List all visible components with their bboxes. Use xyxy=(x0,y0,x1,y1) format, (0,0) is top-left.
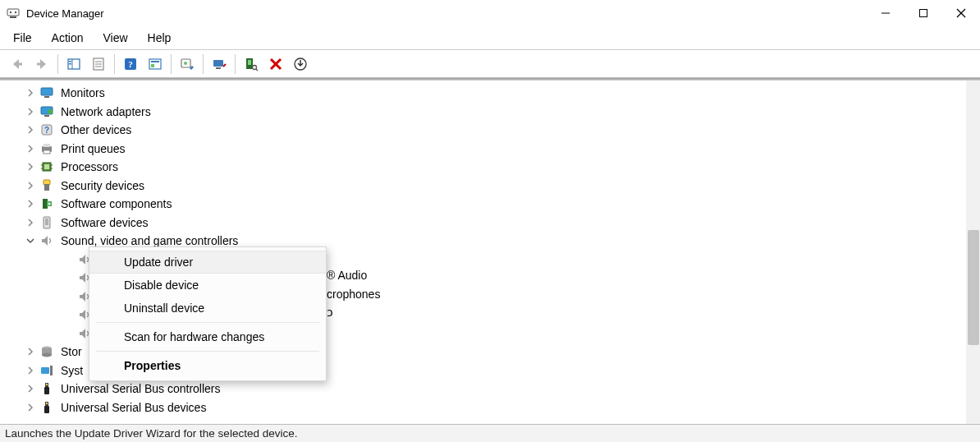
vertical-scrollbar[interactable] xyxy=(966,81,980,424)
chevron-right-icon[interactable] xyxy=(25,198,36,209)
tree-node-label: Sound, video and game controllers xyxy=(59,234,240,247)
forward-button[interactable] xyxy=(30,53,53,75)
minimize-button[interactable] xyxy=(867,0,904,26)
tree-node[interactable]: Processors xyxy=(0,158,980,177)
window-title: Device Manager xyxy=(26,7,104,20)
system-icon xyxy=(39,364,54,377)
chevron-right-icon[interactable] xyxy=(25,106,36,117)
help-button[interactable]: ? xyxy=(119,53,142,75)
tree-node-tail: crophones xyxy=(327,288,380,301)
svg-rect-1 xyxy=(10,16,16,18)
tree-node-label: Processors xyxy=(59,160,120,173)
storage-icon xyxy=(39,345,54,358)
svg-rect-21 xyxy=(151,61,159,62)
svg-rect-9 xyxy=(37,62,41,65)
svg-point-24 xyxy=(184,62,187,65)
tree-node[interactable]: Other devices xyxy=(0,121,980,140)
device-tree-area: MonitorsNetwork adaptersOther devicesPri… xyxy=(0,81,980,424)
show-hide-console-tree-button[interactable] xyxy=(62,53,85,75)
context-menu-item[interactable]: Scan for hardware changes xyxy=(89,325,326,348)
tree-node-label: Other devices xyxy=(59,123,133,136)
tree-node[interactable]: Universal Serial Bus devices xyxy=(0,398,980,417)
tree-node-label: Monitors xyxy=(59,86,107,99)
expander-none xyxy=(62,272,74,283)
uninstall-device-button[interactable] xyxy=(264,53,287,75)
menubar: File Action View Help xyxy=(0,26,980,49)
menu-help[interactable]: Help xyxy=(138,28,181,48)
tree-node-tail: ® Audio xyxy=(327,269,367,282)
tree-node[interactable]: Monitors xyxy=(0,84,980,103)
scan-hardware-button[interactable] xyxy=(240,53,263,75)
update-driver-button[interactable] xyxy=(176,53,199,75)
context-menu-item[interactable]: Update driver xyxy=(89,251,326,274)
context-menu: Update driverDisable deviceUninstall dev… xyxy=(89,246,327,381)
tree-node-label: Universal Serial Bus devices xyxy=(59,401,208,414)
tree-node[interactable]: Print queues xyxy=(0,140,980,159)
svg-point-2 xyxy=(10,12,11,13)
tree-node[interactable]: Universal Serial Bus controllers xyxy=(0,380,980,398)
close-button[interactable] xyxy=(942,0,980,26)
context-menu-separator xyxy=(96,322,319,323)
tree-node-label: Universal Serial Bus controllers xyxy=(59,382,222,395)
chevron-right-icon[interactable] xyxy=(25,346,36,357)
svg-line-30 xyxy=(256,69,258,71)
maximize-button[interactable] xyxy=(904,0,942,26)
svg-rect-5 xyxy=(920,10,927,17)
tree-node-tail: ɔ xyxy=(327,306,333,319)
chevron-right-icon[interactable] xyxy=(25,365,36,376)
scrollbar-thumb[interactable] xyxy=(968,230,979,345)
tree-node-label: Security devices xyxy=(59,179,146,192)
chevron-down-icon[interactable] xyxy=(25,235,36,246)
menu-view[interactable]: View xyxy=(93,28,137,48)
chevron-right-icon[interactable] xyxy=(25,161,36,173)
chevron-right-icon[interactable] xyxy=(25,143,36,154)
titlebar: Device Manager xyxy=(0,0,980,26)
statusbar: Launches the Update Driver Wizard for th… xyxy=(0,424,980,442)
svg-point-3 xyxy=(15,12,16,13)
chevron-right-icon[interactable] xyxy=(25,124,36,136)
context-menu-separator xyxy=(96,351,319,352)
printer-icon xyxy=(39,142,54,155)
tree-node[interactable]: Network adapters xyxy=(0,103,980,122)
tree-node-label: Syst xyxy=(59,364,85,377)
svg-rect-22 xyxy=(151,64,154,67)
enable-device-button[interactable] xyxy=(289,53,312,75)
disable-device-button[interactable] xyxy=(208,53,231,75)
svg-point-29 xyxy=(253,65,257,69)
chevron-right-icon[interactable] xyxy=(25,217,36,228)
monitor-icon xyxy=(39,86,54,99)
svg-rect-26 xyxy=(216,67,221,69)
chevron-right-icon[interactable] xyxy=(25,87,36,99)
tree-node-label: Network adapters xyxy=(59,105,153,118)
toolbar: ? xyxy=(0,50,980,78)
context-menu-item[interactable]: Uninstall device xyxy=(89,297,326,320)
expander-none xyxy=(62,328,74,339)
menu-action[interactable]: Action xyxy=(42,28,94,48)
usb-icon xyxy=(39,382,54,395)
expander-none xyxy=(62,291,74,302)
app-icon xyxy=(7,7,20,20)
svg-rect-25 xyxy=(213,60,223,67)
properties-button[interactable] xyxy=(87,53,110,75)
menu-file[interactable]: File xyxy=(3,28,42,48)
cpu-icon xyxy=(39,160,54,173)
tree-node-label: Print queues xyxy=(59,142,127,155)
chevron-right-icon[interactable] xyxy=(25,402,36,413)
security-icon xyxy=(39,179,54,192)
svg-rect-12 xyxy=(69,61,71,62)
device-manager-window: Device Manager File Action View Help xyxy=(0,0,980,442)
tree-node-label: Software components xyxy=(59,197,173,210)
other-icon xyxy=(39,123,54,136)
tree-node[interactable]: Security devices xyxy=(0,177,980,196)
context-menu-item[interactable]: Disable device xyxy=(89,274,326,297)
chevron-right-icon[interactable] xyxy=(25,180,36,191)
context-menu-item[interactable]: Properties xyxy=(89,354,326,377)
tree-node[interactable]: Software devices xyxy=(0,214,980,233)
chevron-right-icon[interactable] xyxy=(25,383,36,394)
expander-none xyxy=(62,309,74,320)
back-button[interactable] xyxy=(6,53,29,75)
statusbar-text: Launches the Update Driver Wizard for th… xyxy=(5,427,297,440)
svg-rect-28 xyxy=(248,60,251,65)
tree-node[interactable]: Software components xyxy=(0,195,980,214)
action-page-button[interactable] xyxy=(144,53,167,75)
